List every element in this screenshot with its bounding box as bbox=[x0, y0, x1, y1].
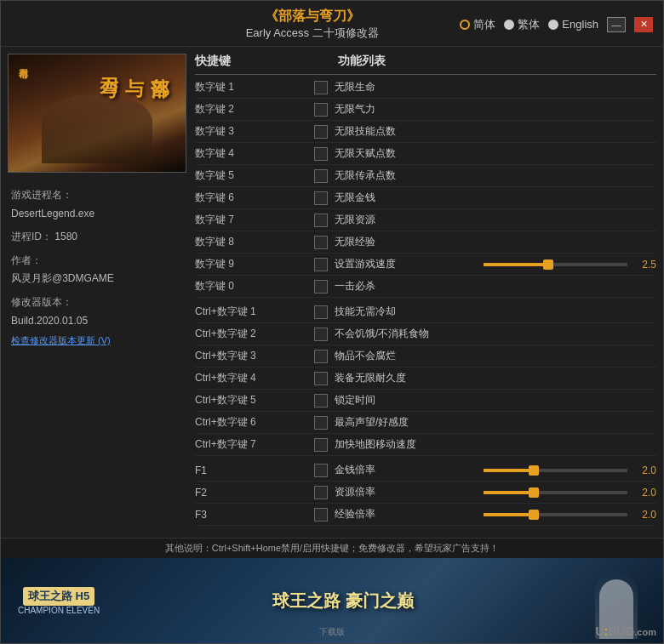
feature-checkbox[interactable] bbox=[314, 372, 328, 385]
feature-checkbox[interactable] bbox=[314, 125, 328, 139]
author-row: 作者： 风灵月影@3DMGAME bbox=[11, 252, 178, 288]
slider-value: 2.0 bbox=[633, 509, 656, 521]
table-row: 数字键 2无限气力 bbox=[195, 99, 656, 121]
table-header: 快捷键 功能列表 bbox=[195, 50, 656, 75]
table-row: F3经验倍率2.0 bbox=[195, 504, 656, 526]
lang-traditional[interactable]: 繁体 bbox=[504, 17, 540, 32]
pid-value: 1580 bbox=[54, 231, 77, 242]
feature-checkbox[interactable] bbox=[314, 508, 328, 521]
table-row: 数字键 9设置游戏速度2.5 bbox=[195, 254, 656, 276]
author-label: 作者： bbox=[11, 254, 42, 266]
feature-checkbox[interactable] bbox=[314, 214, 328, 227]
feature-checkbox[interactable] bbox=[314, 169, 328, 183]
table-row: Ctrl+数字键 7加快地图移动速度 bbox=[195, 434, 656, 456]
slider-track[interactable] bbox=[484, 469, 627, 472]
table-row: 数字键 4无限天赋点数 bbox=[195, 143, 656, 165]
process-label: 游戏进程名： DesertLegend.exe bbox=[11, 186, 178, 223]
col-key-header: 快捷键 bbox=[195, 54, 314, 69]
check-update-row: 检查修改器版本更新 (V) bbox=[11, 332, 178, 350]
col-func-header: 功能列表 bbox=[338, 54, 656, 69]
func-label: 无限资源 bbox=[335, 213, 656, 227]
lang-traditional-radio bbox=[504, 20, 514, 30]
slider-container: 资源倍率2.0 bbox=[335, 485, 656, 499]
feature-checkbox[interactable] bbox=[314, 416, 328, 430]
func-label: 设置游戏速度 bbox=[335, 257, 478, 271]
slider-value: 2.5 bbox=[633, 259, 656, 271]
func-label: 技能无需冷却 bbox=[335, 305, 656, 319]
table-row: Ctrl+数字键 3物品不会腐烂 bbox=[195, 345, 656, 368]
game-image: 部落与弯刀 都话与弯刀 bbox=[8, 54, 186, 173]
feature-checkbox[interactable] bbox=[314, 438, 328, 452]
func-label: 装备无限耐久度 bbox=[335, 371, 656, 385]
slider-container: 经验倍率2.0 bbox=[335, 507, 656, 521]
feature-checkbox[interactable] bbox=[314, 394, 328, 407]
key-label: 数字键 9 bbox=[195, 257, 314, 271]
func-label: 金钱倍率 bbox=[335, 463, 478, 477]
lang-simple-label: 简体 bbox=[473, 17, 495, 32]
func-label: 无限技能点数 bbox=[335, 124, 656, 139]
feature-checkbox[interactable] bbox=[314, 280, 328, 294]
title-bar: 《部落与弯刀》 Early Access 二十项修改器 简体 繁体 Englis… bbox=[1, 1, 663, 47]
left-panel: 部落与弯刀 都话与弯刀 游戏进程名： DesertLegend.exe 进程ID… bbox=[1, 47, 188, 538]
feature-checkbox[interactable] bbox=[314, 464, 328, 477]
lang-switcher: 简体 繁体 English — ✕ bbox=[460, 17, 653, 32]
key-label: 数字键 8 bbox=[195, 235, 314, 249]
slider-thumb[interactable] bbox=[543, 259, 553, 270]
feature-checkbox[interactable] bbox=[314, 328, 328, 341]
feature-checkbox[interactable] bbox=[314, 191, 328, 205]
slider-fill bbox=[484, 263, 548, 266]
feature-checkbox[interactable] bbox=[314, 81, 328, 94]
slider-track[interactable] bbox=[484, 491, 627, 494]
key-label: 数字键 6 bbox=[195, 191, 314, 205]
func-label: 最高声望/好感度 bbox=[335, 415, 656, 430]
pid-row: 进程ID： 1580 bbox=[11, 228, 178, 247]
ad-banner[interactable]: 球王之路 H5 CHAMPION ELEVEN 球王之路 豪门之巅 U:BUG.… bbox=[1, 558, 663, 643]
table-row: 数字键 3无限技能点数 bbox=[195, 121, 656, 143]
bottom-bar: 其他说明：Ctrl+Shift+Home禁用/启用快捷键；免费修改器，希望玩家广… bbox=[1, 538, 663, 558]
feature-checkbox[interactable] bbox=[314, 103, 328, 117]
uebug-logo: U:BUG.com bbox=[595, 624, 656, 638]
key-label: Ctrl+数字键 6 bbox=[195, 415, 314, 430]
func-label: 无限经验 bbox=[335, 235, 656, 249]
app-window: 《部落与弯刀》 Early Access 二十项修改器 简体 繁体 Englis… bbox=[0, 0, 664, 644]
key-label: Ctrl+数字键 3 bbox=[195, 349, 314, 363]
key-label: Ctrl+数字键 1 bbox=[195, 305, 314, 319]
check-update-link[interactable]: 检查修改器版本更新 (V) bbox=[11, 335, 111, 345]
lang-simple[interactable]: 简体 bbox=[460, 17, 495, 32]
slider-thumb[interactable] bbox=[529, 510, 539, 520]
table-row: F1金钱倍率2.0 bbox=[195, 459, 656, 482]
func-label: 无限气力 bbox=[335, 102, 656, 117]
feature-checkbox[interactable] bbox=[314, 305, 328, 319]
ad-tagline: 球王之路 豪门之巅 bbox=[272, 590, 414, 613]
func-label: 经验倍率 bbox=[335, 507, 478, 521]
main-content: 部落与弯刀 都话与弯刀 游戏进程名： DesertLegend.exe 进程ID… bbox=[1, 47, 663, 538]
slider-thumb[interactable] bbox=[529, 465, 539, 476]
func-label: 锁定时间 bbox=[335, 393, 656, 407]
pid-label: 进程ID： bbox=[11, 231, 52, 242]
feature-checkbox[interactable] bbox=[314, 350, 328, 363]
key-label: F2 bbox=[195, 487, 314, 499]
key-label: Ctrl+数字键 2 bbox=[195, 327, 314, 341]
ad-tagline-text: 球王之路 豪门之巅 bbox=[272, 590, 414, 613]
key-label: Ctrl+数字键 5 bbox=[195, 393, 314, 407]
minimize-button[interactable]: — bbox=[607, 17, 626, 32]
lang-english[interactable]: English bbox=[548, 18, 598, 31]
feature-checkbox[interactable] bbox=[314, 258, 328, 271]
slider-thumb[interactable] bbox=[529, 487, 539, 498]
slider-container: 设置游戏速度2.5 bbox=[335, 257, 656, 271]
ad-sub: CHAMPION ELEVEN bbox=[18, 606, 100, 615]
func-label: 加快地图移动速度 bbox=[335, 437, 656, 452]
table-row: 数字键 0一击必杀 bbox=[195, 276, 656, 298]
author-value: 风灵月影@3DMGAME bbox=[11, 272, 114, 284]
slider-track[interactable] bbox=[484, 513, 627, 516]
key-label: Ctrl+数字键 4 bbox=[195, 371, 314, 385]
feature-checkbox[interactable] bbox=[314, 486, 328, 499]
process-name-label: 游戏进程名： bbox=[11, 189, 72, 201]
close-button[interactable]: ✕ bbox=[634, 17, 653, 32]
slider-track[interactable] bbox=[484, 263, 627, 266]
key-label: 数字键 3 bbox=[195, 124, 314, 139]
feature-checkbox[interactable] bbox=[314, 236, 328, 249]
func-label: 无限天赋点数 bbox=[335, 146, 656, 161]
feature-checkbox[interactable] bbox=[314, 147, 328, 161]
title-center: 《部落与弯刀》 Early Access 二十项修改器 bbox=[164, 8, 460, 41]
